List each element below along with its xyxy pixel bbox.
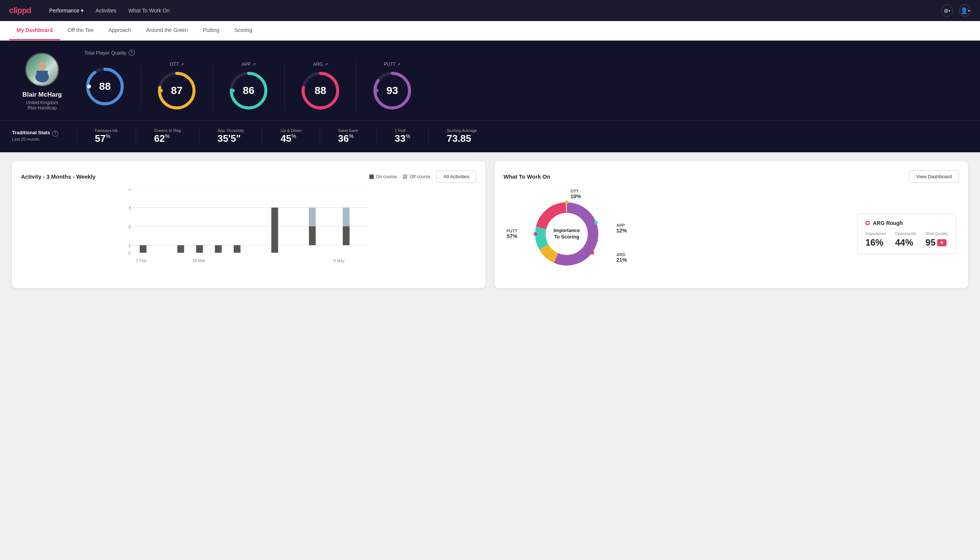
nav-what-to-work-on[interactable]: What To Work On (128, 8, 170, 13)
tab-approach[interactable]: Approach (101, 21, 138, 40)
add-icon-button[interactable]: ⊕ ▾ (941, 5, 953, 17)
tabs-bar: My Dashboard Off the Tee Approach Around… (0, 21, 980, 41)
work-on-card: What To Work On View Dashboard PUTT 57% (494, 161, 968, 288)
app-label: APP ↗ (241, 62, 255, 67)
arg-arrow-icon: ↗ (324, 62, 328, 67)
svg-point-14 (318, 106, 322, 110)
metric-importance: Importance 16% (865, 231, 886, 248)
chevron-down-icon-add: ▾ (948, 8, 950, 13)
metric-row: Importance 16% Opportunity 44% Shot Qual… (865, 231, 948, 248)
app-donut-label: APP 12% (616, 223, 627, 233)
bar-6 (215, 245, 222, 253)
svg-text:9 May: 9 May (334, 258, 345, 263)
stat-sand-save: Sand Save 36% (338, 128, 377, 144)
top-navigation: clippd Performance ▾ Activities What To … (0, 0, 980, 21)
donut-area: PUTT 57% Importa (504, 189, 959, 279)
app-arrow-icon: ↗ (252, 62, 256, 67)
svg-point-8 (159, 89, 163, 93)
putt-arrow-icon: ↗ (397, 62, 401, 67)
svg-text:3: 3 (129, 206, 131, 210)
tab-my-dashboard[interactable]: My Dashboard (9, 21, 60, 40)
ott-arrow-icon: ↗ (181, 62, 184, 67)
svg-text:4: 4 (129, 189, 131, 192)
activity-chart-svg: 1 2 3 4 0 (21, 189, 476, 264)
shot-quality-badge: ▼ (937, 239, 947, 246)
svg-rect-2 (37, 71, 48, 78)
app-circle: 86 (228, 70, 269, 111)
stats-bar: Traditional Stats ? Last 20 rounds Fairw… (0, 121, 980, 152)
putt-donut-label: PUTT 57% (507, 229, 517, 239)
bar-7 (234, 245, 241, 253)
chevron-down-icon: ▾ (81, 8, 83, 13)
putt-circle: 93 (371, 70, 413, 111)
svg-text:0: 0 (129, 251, 131, 255)
bar-8 (271, 208, 278, 253)
total-quality-label: Total Player Quality ? (84, 50, 968, 56)
traditional-stats-help-icon[interactable]: ? (52, 130, 58, 137)
player-country: United Kingdom (26, 100, 58, 105)
bottom-section: Activity - 3 Months - Weekly On course O… (0, 152, 980, 297)
bar-10-off (343, 208, 350, 227)
tab-scoring[interactable]: Scoring (227, 21, 260, 40)
plus-icon: ⊕ (943, 7, 948, 14)
activity-card-header: Activity - 3 Months - Weekly On course O… (21, 170, 476, 183)
activity-chart-area: 1 2 3 4 0 (21, 189, 476, 264)
traditional-stats-group: Traditional Stats ? Last 20 rounds (12, 130, 77, 143)
score-card-ott: OTT ↗ 87 (141, 62, 213, 111)
user-icon: 👤 (960, 7, 968, 14)
svg-point-11 (231, 89, 235, 93)
app-value: 86 (243, 85, 254, 97)
help-icon[interactable]: ? (129, 50, 135, 56)
metric-card: ARG Rough Importance 16% Opportunity 44%… (857, 213, 956, 254)
bar-1 (140, 245, 146, 253)
nav-activities[interactable]: Activities (95, 8, 116, 13)
tab-putting[interactable]: Putting (196, 21, 227, 40)
ott-value: 87 (171, 85, 182, 97)
work-on-card-title: What To Work On (504, 173, 550, 180)
nav-performance[interactable]: Performance ▾ (49, 8, 83, 13)
bar-9-on (309, 227, 316, 245)
player-info: Blair McHarg United Kingdom Plus Handica… (12, 50, 72, 110)
traditional-stats-sublabel: Last 20 rounds (12, 137, 40, 142)
work-on-card-header: What To Work On View Dashboard (504, 170, 959, 183)
svg-text:28 Mar: 28 Mar (193, 258, 206, 263)
all-activities-button[interactable]: All Activities (436, 170, 476, 183)
svg-text:7 Feb: 7 Feb (136, 258, 146, 263)
arg-circle: 88 (300, 70, 341, 111)
metric-opportunity: Opportunity 44% (895, 231, 917, 248)
stat-up-down: Up & Down 45% (281, 128, 320, 144)
activity-card: Activity - 3 Months - Weekly On course O… (12, 161, 486, 288)
putt-label: PUTT ↗ (384, 62, 401, 67)
view-dashboard-button[interactable]: View Dashboard (909, 170, 959, 183)
score-cards: 88 OTT ↗ 87 (84, 62, 968, 111)
legend-off-course: Off course (403, 174, 430, 179)
legend-on-course-dot (369, 175, 374, 179)
bar-5 (196, 245, 203, 253)
ott-donut-label: OTT 10% (571, 189, 581, 199)
tab-off-the-tee[interactable]: Off the Tee (60, 21, 101, 40)
metric-dot-icon (865, 221, 870, 225)
nav-right-actions: ⊕ ▾ 👤 ▾ (941, 5, 971, 17)
hero-section: Blair McHarg United Kingdom Plus Handica… (0, 41, 980, 121)
bar-4 (178, 245, 184, 253)
bar-10-on (343, 227, 350, 245)
activity-card-title: Activity - 3 Months - Weekly (21, 173, 95, 180)
score-card-arg: ARG ↗ 88 (285, 62, 356, 111)
legend-on-course: On course (369, 174, 397, 179)
stat-scoring-average: Scoring Average 73.85 (447, 128, 495, 144)
activity-legend: On course Off course All Activities (369, 170, 476, 183)
ott-circle: 87 (156, 70, 198, 111)
avatar (25, 53, 59, 87)
putt-value: 93 (386, 85, 398, 97)
chevron-down-icon-user: ▾ (968, 8, 970, 13)
svg-point-0 (38, 62, 46, 71)
score-card-main: 88 (84, 66, 141, 107)
main-score-circle: 88 (84, 66, 126, 107)
user-icon-button[interactable]: 👤 ▾ (959, 5, 971, 17)
score-card-putt: PUTT ↗ 93 (356, 62, 428, 111)
tab-around-the-green[interactable]: Around the Green (138, 21, 195, 40)
stat-greens-in-reg: Greens In Reg 62% (154, 128, 200, 144)
svg-text:2: 2 (129, 225, 131, 229)
traditional-stats-label: Traditional Stats (12, 130, 50, 135)
logo[interactable]: clippd (9, 6, 31, 15)
